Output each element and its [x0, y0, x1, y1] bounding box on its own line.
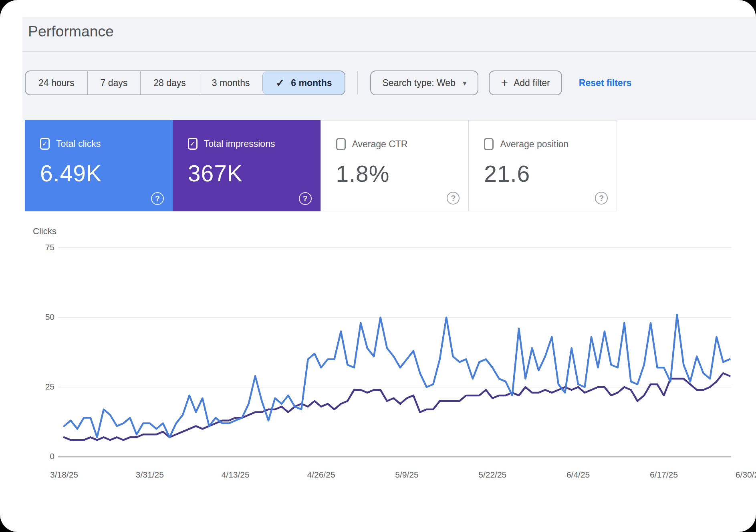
x-axis-tick-label: 6/17/25	[650, 470, 678, 479]
x-axis-tick-label-partial: 6/30/25	[736, 470, 756, 479]
x-axis-tick-label: 3/31/25	[136, 470, 164, 479]
header-divider	[22, 51, 756, 52]
metric-label: Total clicks	[56, 139, 101, 149]
reset-filters-link[interactable]: Reset filters	[579, 78, 632, 88]
header-panel: Performance 24 hours 7 days 28 days 3 mo…	[22, 17, 756, 120]
x-axis-tick-label: 4/13/25	[222, 470, 250, 479]
metric-value: 6.49K	[40, 160, 173, 187]
check-glyph: ✓	[190, 139, 196, 148]
metric-card-total-impressions[interactable]: ✓ Total impressions 367K ?	[173, 120, 321, 211]
metric-card-average-position[interactable]: Average position 21.6 ?	[468, 120, 617, 211]
date-range-24-hours[interactable]: 24 hours	[26, 71, 87, 94]
checkbox-checked-icon[interactable]: ✓	[40, 138, 50, 150]
metric-label: Average CTR	[352, 139, 408, 150]
date-range-label: 3 months	[212, 78, 250, 88]
impressions-line	[64, 373, 730, 440]
check-glyph: ✓	[42, 139, 48, 148]
performance-screen: Performance 24 hours 7 days 28 days 3 mo…	[0, 0, 756, 532]
search-type-label: Search type: Web	[382, 78, 455, 88]
checkbox-unchecked-icon[interactable]	[336, 138, 346, 150]
help-icon[interactable]: ?	[595, 192, 608, 205]
search-type-dropdown[interactable]: Search type: Web ▾	[370, 70, 478, 95]
date-range-3-months[interactable]: 3 months	[199, 71, 263, 94]
chevron-down-icon: ▾	[463, 78, 467, 88]
filter-bar: 24 hours 7 days 28 days 3 months ✓ 6 mon…	[25, 70, 748, 96]
add-filter-label: Add filter	[514, 78, 550, 88]
date-range-6-months-selected[interactable]: ✓ 6 months	[262, 71, 345, 94]
metric-value: 21.6	[484, 161, 617, 187]
add-filter-button[interactable]: + Add filter	[489, 70, 562, 95]
metric-card-average-ctr[interactable]: Average CTR 1.8% ?	[321, 120, 469, 211]
filter-vertical-divider	[357, 71, 358, 94]
page-title: Performance	[28, 23, 114, 40]
x-axis-tick-label: 5/9/25	[395, 470, 418, 479]
date-range-7-days[interactable]: 7 days	[87, 71, 141, 94]
metric-label: Average position	[500, 139, 569, 150]
metric-label: Total impressions	[204, 139, 275, 149]
date-range-label: 28 days	[153, 78, 186, 88]
date-range-label: 24 hours	[38, 78, 75, 88]
chart-canvas: 7550250Clicks3/18/253/31/254/13/254/26/2…	[24, 218, 756, 498]
date-range-label: 7 days	[101, 78, 128, 88]
y-axis-tick-label: 50	[45, 312, 54, 321]
check-icon: ✓	[276, 77, 284, 89]
plus-icon: +	[501, 77, 508, 89]
metric-card-total-clicks[interactable]: ✓ Total clicks 6.49K ?	[25, 120, 173, 211]
performance-line-chart: 7550250Clicks3/18/253/31/254/13/254/26/2…	[24, 218, 756, 498]
metric-card-header: Average CTR	[336, 138, 469, 150]
help-icon[interactable]: ?	[299, 192, 312, 205]
y-axis-tick-label: 0	[50, 452, 54, 461]
metric-card-header: ✓ Total clicks	[40, 138, 173, 150]
x-axis-tick-label: 5/22/25	[478, 470, 506, 479]
checkbox-checked-icon[interactable]: ✓	[188, 138, 198, 150]
y-axis-tick-label: 25	[45, 382, 54, 391]
x-axis-tick-label: 3/18/25	[50, 470, 78, 479]
y-axis-title: Clicks	[33, 226, 56, 236]
x-axis-tick-label: 4/26/25	[307, 470, 335, 479]
metric-card-header: Average position	[484, 138, 617, 150]
date-range-label: 6 months	[291, 78, 332, 88]
metric-cards-row: ✓ Total clicks 6.49K ? ✓ Total impressio…	[25, 120, 617, 211]
x-axis-tick-label: 6/4/25	[566, 470, 590, 479]
help-icon[interactable]: ?	[447, 192, 460, 205]
y-axis-tick-label: 75	[45, 243, 54, 252]
date-range-segmented-control: 24 hours 7 days 28 days 3 months ✓ 6 mon…	[25, 70, 345, 95]
help-icon[interactable]: ?	[151, 192, 164, 205]
metric-card-header: ✓ Total impressions	[188, 138, 321, 150]
checkbox-unchecked-icon[interactable]	[484, 138, 494, 150]
date-range-28-days[interactable]: 28 days	[140, 71, 199, 94]
metric-value: 1.8%	[336, 161, 469, 187]
metric-value: 367K	[188, 160, 321, 187]
clicks-line	[64, 315, 730, 437]
